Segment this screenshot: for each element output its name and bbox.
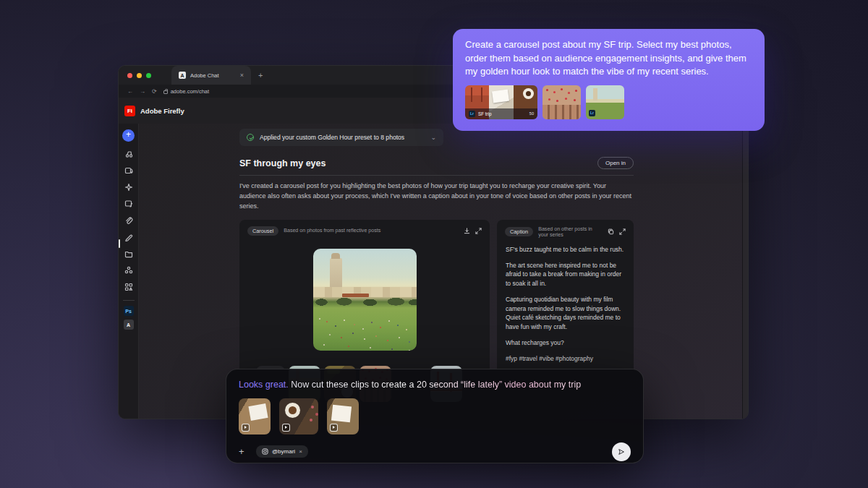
- send-button[interactable]: [612, 442, 631, 461]
- attachment-photo-chinatown[interactable]: Lr: [542, 85, 581, 119]
- sidebar-divider: [123, 300, 135, 301]
- prompt-attachments: Lr SF trip 50 Lr Lr: [465, 85, 752, 119]
- chat-composer[interactable]: Looks great. Now cut these clips to crea…: [226, 369, 644, 463]
- coffee-cup: [289, 406, 297, 414]
- expand-icon[interactable]: [475, 228, 482, 234]
- sidebar-item-files[interactable]: [122, 247, 135, 260]
- sidebar-item-remix[interactable]: [122, 197, 135, 210]
- photoshop-badge[interactable]: Ps: [124, 306, 134, 316]
- window-right-edge: [742, 124, 748, 419]
- caption-text: SF's buzz taught me to be calm in the ru…: [497, 241, 634, 372]
- window-controls: [127, 73, 151, 78]
- composer-toolbar: + @bymari ×: [239, 442, 631, 461]
- adobe-favicon: A: [179, 72, 186, 79]
- acrobat-badge[interactable]: A: [124, 320, 134, 330]
- caption-hashtags: #fyp #travel #vibe #photography: [506, 354, 625, 364]
- caption-subtitle: Based on other posts in your series: [538, 226, 603, 238]
- minimize-window-button[interactable]: [137, 73, 142, 78]
- park-trees: [313, 296, 417, 307]
- reload-icon[interactable]: ⟳: [152, 88, 157, 95]
- attachment-photo-park[interactable]: Lr: [586, 85, 624, 119]
- carousel-subtitle: Based on photos from past reflective pos…: [284, 228, 459, 234]
- check-icon: [247, 134, 254, 141]
- forward-icon[interactable]: →: [140, 88, 145, 95]
- album-info-bar: Lr SF trip 50: [465, 108, 537, 119]
- mention-chip[interactable]: @bymari ×: [256, 445, 308, 458]
- caption-paragraph: The art scene here inspired me to not be…: [506, 261, 625, 288]
- sidebar-item-restyle[interactable]: [122, 164, 135, 177]
- download-icon[interactable]: [464, 228, 470, 234]
- tab-title: Adobe Chat: [190, 72, 236, 79]
- lightroom-icon: Lr: [589, 110, 595, 116]
- caption-paragraph: Capturing quotidian beauty with my film …: [506, 295, 625, 332]
- composer-clips: [239, 398, 631, 435]
- close-window-button[interactable]: [127, 73, 132, 78]
- expand-icon[interactable]: [619, 228, 626, 235]
- lightroom-icon: Lr: [545, 110, 552, 116]
- tab-adobe-chat[interactable]: A Adobe Chat ×: [171, 66, 251, 85]
- attachment-album-sf-trip[interactable]: Lr SF trip 50: [465, 85, 537, 119]
- chevron-down-icon[interactable]: ⌄: [430, 134, 436, 141]
- park-people: [319, 318, 320, 320]
- composer-text: Now cut these clips to create a 20 secon…: [289, 380, 581, 390]
- new-tab-button[interactable]: +: [258, 71, 263, 80]
- sidebar-item-attachments[interactable]: [122, 214, 135, 227]
- status-text: Applied your custom Golden Hour preset t…: [260, 134, 425, 141]
- clip-coffee-overhead[interactable]: [279, 398, 318, 435]
- back-icon[interactable]: ←: [127, 88, 133, 95]
- video-badge-icon: [282, 424, 290, 432]
- caption-paragraph: What recharges you?: [506, 338, 625, 348]
- lightroom-icon: Lr: [469, 111, 475, 117]
- open-in-button[interactable]: Open in: [597, 157, 634, 169]
- sidebar-item-apps[interactable]: [122, 281, 135, 294]
- album-count: 50: [529, 111, 534, 116]
- clip-sketchbook[interactable]: [327, 398, 359, 435]
- app-name: Adobe Firefly: [140, 107, 184, 115]
- video-badge-icon: [242, 424, 250, 432]
- sidebar-active-indicator: [119, 239, 120, 248]
- clip-sketch-table[interactable]: [239, 398, 271, 435]
- page-title: SF through my eyes: [239, 158, 597, 168]
- url-text: adobe.com/chat: [171, 88, 209, 95]
- sidebar: +: [119, 124, 139, 419]
- caption-panel: Caption Based on other posts in your ser…: [497, 220, 634, 379]
- video-badge-icon: [330, 424, 338, 432]
- sidebar-item-effects[interactable]: [122, 181, 135, 194]
- sidebar-item-draw[interactable]: [122, 231, 135, 244]
- send-icon: [617, 448, 626, 456]
- caption-badge: Caption: [505, 227, 533, 236]
- divider: [239, 175, 634, 176]
- composer-highlight: Looks great.: [239, 380, 289, 390]
- desktop: A Adobe Chat × + ← → ⟳ adobe.com/chat Fi…: [0, 0, 868, 488]
- album-title: SF trip: [478, 111, 527, 116]
- sidebar-item-generations[interactable]: [122, 147, 135, 160]
- new-chat-button[interactable]: +: [122, 129, 135, 142]
- user-prompt-bubble: Create a carousel post about my SF trip.…: [453, 29, 765, 131]
- mention-handle: @bymari: [272, 448, 295, 455]
- firefly-logo: Fi: [124, 106, 135, 116]
- status-banner[interactable]: Applied your custom Golden Hour preset t…: [239, 129, 443, 146]
- carousel-badge: Carousel: [247, 226, 278, 236]
- user-prompt-text: Create a carousel post about my SF trip.…: [465, 38, 752, 79]
- zoom-window-button[interactable]: [146, 73, 151, 78]
- composer-message: Looks great. Now cut these clips to crea…: [239, 379, 631, 391]
- tab-close-icon[interactable]: ×: [240, 72, 244, 79]
- carousel-main-image[interactable]: [313, 249, 417, 351]
- add-attachment-button[interactable]: +: [239, 446, 252, 457]
- copy-icon[interactable]: [608, 228, 614, 235]
- caption-paragraph: SF's buzz taught me to be calm in the ru…: [506, 245, 625, 254]
- lock-icon: [163, 90, 168, 94]
- sidebar-item-plugins[interactable]: [122, 264, 135, 277]
- url-field[interactable]: adobe.com/chat: [163, 88, 209, 95]
- assistant-message: I've created a carousel post for you hig…: [239, 181, 634, 212]
- mention-remove-icon[interactable]: ×: [299, 448, 302, 455]
- instagram-icon: [262, 448, 268, 455]
